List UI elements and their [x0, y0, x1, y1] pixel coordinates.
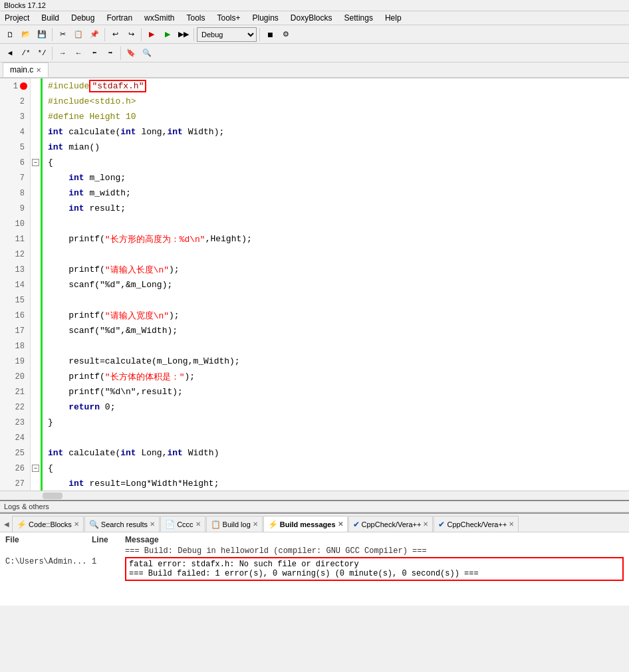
indent-btn[interactable]: → — [55, 46, 70, 60]
paste-btn[interactable]: 📌 — [87, 27, 102, 42]
linenum-7: 7 — [0, 170, 30, 185]
menu-tools-plus[interactable]: Tools+ — [215, 13, 242, 23]
linenum-12: 12 — [0, 247, 30, 262]
logs-label: Logs & others — [0, 500, 629, 512]
linenum-27: 27 — [0, 476, 30, 491]
tab-codeblocks-close[interactable]: ✕ — [74, 520, 79, 528]
code-line-6: { — [43, 155, 629, 170]
abort-btn[interactable]: ⏹ — [263, 27, 277, 42]
linenum-26: 26 — [0, 461, 30, 476]
horizontal-scrollbar[interactable] — [0, 491, 629, 500]
menu-tools[interactable]: Tools — [184, 13, 207, 23]
run-btn[interactable]: ▶ — [160, 27, 175, 42]
nav-back-btn[interactable]: ⬅ — [87, 46, 102, 60]
editor-area: 1 2 3 4 5 6 7 8 9 10 11 12 13 14 15 16 1… — [0, 78, 629, 491]
fold-24 — [31, 430, 41, 445]
menu-wxsmith[interactable]: wxSmith — [142, 13, 176, 23]
linenum-4: 4 — [0, 124, 30, 140]
bookmark-btn[interactable]: 🔖 — [124, 46, 138, 60]
fold-3 — [31, 109, 41, 124]
code-content[interactable]: #include"stdafx.h" #include<stdio.h> #de… — [43, 78, 629, 491]
sep3 — [141, 28, 142, 41]
tab-build-log[interactable]: 📋 Build log ✕ — [206, 516, 263, 532]
tab-cccc[interactable]: 📄 Cccc ✕ — [160, 516, 205, 532]
tab-build-messages[interactable]: ⚡ Build messages ✕ — [263, 516, 348, 532]
unindent-btn[interactable]: ← — [71, 46, 86, 60]
fold-1 — [31, 78, 41, 94]
linenum-25: 25 — [0, 445, 30, 461]
error-file: C:\Users\Admin... — [5, 557, 92, 566]
menu-help[interactable]: Help — [383, 13, 404, 23]
copy-btn[interactable]: 📋 — [71, 27, 86, 42]
collapse-btn-26[interactable]: − — [32, 465, 39, 472]
menu-doxyblocks[interactable]: DoxyBlocks — [289, 13, 334, 23]
redo-btn[interactable]: ↪ — [124, 27, 138, 42]
code-line-19: result=calculate(m_Long,m_Width); — [43, 354, 629, 369]
code-line-9: int result; — [43, 201, 629, 216]
linenum-17: 17 — [0, 323, 30, 338]
editor-tab-main[interactable]: main.c ✕ — [3, 62, 49, 77]
bottom-scroll-left[interactable]: ◀ — [1, 516, 12, 532]
new-btn[interactable]: 🗋 — [3, 27, 17, 42]
tab-close-icon[interactable]: ✕ — [36, 66, 41, 74]
cut-btn[interactable]: ✂ — [55, 27, 70, 42]
settings-btn[interactable]: ⚙ — [279, 27, 293, 42]
linenum-10: 10 — [0, 216, 30, 231]
tab-cppcheck1-close[interactable]: ✕ — [423, 520, 428, 528]
build-btn[interactable]: ▶ — [144, 27, 159, 42]
fold-16 — [31, 308, 41, 323]
fold-6[interactable]: − — [31, 155, 41, 170]
tab-label: main.c — [10, 65, 33, 74]
fold-5 — [31, 140, 41, 155]
open-btn[interactable]: 📂 — [19, 27, 33, 42]
line-numbers: 1 2 3 4 5 6 7 8 9 10 11 12 13 14 15 16 1… — [0, 78, 31, 491]
build-run-btn[interactable]: ▶▶ — [176, 27, 191, 42]
arrow-left-btn[interactable]: ◀ — [3, 46, 17, 60]
menu-build[interactable]: Build — [39, 13, 61, 23]
nav-fwd-btn[interactable]: ➡ — [103, 46, 118, 60]
menu-fortran[interactable]: Fortran — [104, 13, 134, 23]
menu-project[interactable]: Project — [3, 13, 31, 23]
fold-12 — [31, 247, 41, 262]
code-line-24 — [43, 430, 629, 445]
toolbar2: ◀ /* */ → ← ⬅ ➡ 🔖 🔍 — [0, 44, 629, 62]
tab-build-log-close[interactable]: ✕ — [253, 520, 258, 528]
undo-btn[interactable]: ↩ — [108, 27, 122, 42]
tab-codeblocks[interactable]: ⚡ Code::Blocks ✕ — [12, 516, 84, 532]
tab-cppcheck2-close[interactable]: ✕ — [509, 520, 514, 528]
tab-build-log-label: Build log — [223, 520, 251, 528]
fold-2 — [31, 94, 41, 109]
sep6 — [52, 47, 53, 60]
build-info-linenum — [92, 546, 125, 556]
tab-search-close[interactable]: ✕ — [150, 520, 155, 528]
fold-25 — [31, 445, 41, 461]
tab-build-messages-label: Build messages — [280, 520, 336, 528]
tab-cppcheck2[interactable]: ✔ CppCheck/Vera++ ✕ — [434, 516, 519, 532]
tab-cppcheck1[interactable]: ✔ CppCheck/Vera++ ✕ — [348, 516, 434, 532]
comment-btn[interactable]: /* — [19, 46, 33, 60]
tab-cccc-close[interactable]: ✕ — [195, 520, 201, 528]
fold-26[interactable]: − — [31, 461, 41, 476]
linenum-18: 18 — [0, 338, 30, 354]
code-line-11: printf("长方形的高度为：%d\n",Height); — [43, 231, 629, 247]
save-btn[interactable]: 💾 — [35, 27, 49, 42]
debug-combo[interactable]: Debug Release — [197, 27, 257, 42]
collapse-btn-6[interactable]: − — [32, 159, 39, 166]
tab-build-messages-close[interactable]: ✕ — [338, 520, 343, 528]
fold-11 — [31, 231, 41, 247]
code-line-25: int calculate(int Long,int Width) — [43, 445, 629, 461]
code-line-21: printf("%d\n",result); — [43, 384, 629, 399]
sep5 — [259, 28, 260, 41]
search-btn[interactable]: 🔍 — [140, 46, 154, 60]
uncomment-btn[interactable]: */ — [35, 46, 49, 60]
menu-plugins[interactable]: Plugins — [251, 13, 281, 23]
fold-21 — [31, 384, 41, 399]
logs-text: Logs & others — [4, 503, 49, 510]
menu-debug[interactable]: Debug — [69, 13, 96, 23]
menu-settings[interactable]: Settings — [342, 13, 375, 23]
bottom-panel: ◀ ⚡ Code::Blocks ✕ 🔍 Search results ✕ 📄 … — [0, 512, 629, 606]
code-line-22: return 0; — [43, 399, 629, 415]
col-file: File — [5, 535, 92, 544]
code-line-14: scanf("%d",&m_Long); — [43, 277, 629, 292]
tab-search-results[interactable]: 🔍 Search results ✕ — [84, 516, 160, 532]
